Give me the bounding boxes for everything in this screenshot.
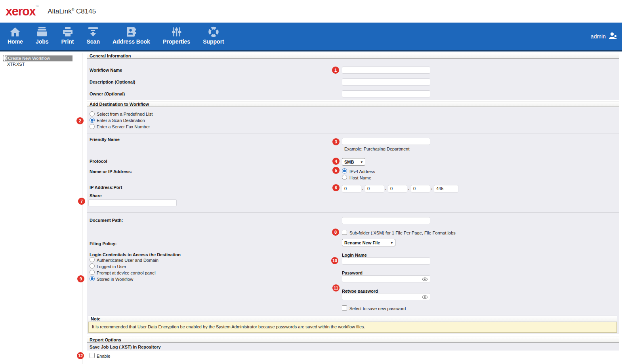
callout-badge-9: 9	[77, 275, 84, 282]
divider	[87, 212, 619, 213]
radio-ipv4-address[interactable]	[342, 168, 347, 173]
radio-enter-scan-destination[interactable]	[90, 118, 95, 123]
nav-item-support[interactable]: Support	[198, 23, 229, 50]
ip-dot-separator: .	[408, 186, 409, 191]
radio-stored-in-workflow[interactable]	[90, 276, 95, 281]
ip-dot-separator: .	[362, 186, 363, 191]
chevron-down-icon: ▼	[390, 241, 393, 245]
app-header: xerox™ AltaLink® C8145	[0, 0, 622, 23]
protocol-select[interactable]: SMB▼	[342, 158, 365, 166]
sidebar-item-create-new-workflow[interactable]: Create New Workflow	[3, 55, 73, 61]
divider	[87, 249, 619, 249]
nav-item-address-book[interactable]: Address Book	[107, 23, 155, 50]
show-password-icon[interactable]	[422, 276, 428, 283]
protocol-value: SMB	[344, 160, 354, 164]
subfolder-checkbox[interactable]	[342, 230, 347, 235]
owner-label: Owner (Optional)	[90, 91, 125, 96]
callout-badge-7: 7	[78, 198, 85, 205]
nav-label-home: Home	[8, 38, 23, 45]
radio-label-predefined-list: Select from a Predefined List	[97, 112, 153, 116]
radio-label-authenticated-user: Authenticated User and Domain	[97, 258, 158, 263]
radio-logged-in-user[interactable]	[90, 263, 95, 269]
registered-symbol: ®	[72, 8, 74, 11]
nav-item-print[interactable]: Print	[56, 23, 79, 50]
save-password-checkbox-label: Select to save new password	[349, 306, 406, 311]
workflow-form: General Information Workflow Name Descri…	[87, 53, 619, 364]
nav-item-jobs[interactable]: Jobs	[31, 23, 54, 50]
share-label: Share	[90, 193, 102, 198]
properties-icon	[171, 26, 183, 38]
radio-select-predefined-list[interactable]	[90, 111, 95, 116]
workflow-star-icon	[2, 55, 8, 63]
scan-icon	[87, 26, 99, 38]
nav-label-print: Print	[61, 38, 74, 45]
callout-badge-8: 8	[332, 229, 339, 236]
divider	[87, 155, 619, 155]
note-title: Note	[88, 316, 617, 322]
share-input[interactable]	[88, 199, 177, 206]
workflow-name-input[interactable]	[342, 67, 430, 74]
friendly-name-example: Example: Purchasing Department	[344, 147, 409, 151]
show-password-icon[interactable]	[422, 294, 428, 301]
nav-label-scan: Scan	[86, 38, 99, 45]
owner-input[interactable]	[342, 90, 430, 97]
ip-octet-2-input[interactable]: 0	[365, 185, 384, 192]
address-book-icon	[125, 26, 137, 38]
save-password-checkbox[interactable]	[342, 305, 347, 311]
note-text: It is recommended that User Data Encrypt…	[88, 322, 617, 333]
document-path-input[interactable]	[342, 217, 430, 224]
password-input[interactable]	[342, 275, 430, 282]
section-header-general-information: General Information	[87, 53, 619, 59]
nav-label-support: Support	[203, 38, 224, 45]
add-destination-section: Select from a Predefined List Enter a Sc…	[87, 107, 619, 334]
radio-label-ipv4: IPv4 Address	[349, 169, 375, 174]
callout-badge-2: 2	[76, 117, 84, 124]
radio-label-host-name: Host Name	[349, 175, 371, 180]
print-icon	[62, 26, 74, 38]
radio-prompt-control-panel[interactable]	[90, 270, 95, 275]
ip-dot-separator: .	[385, 186, 386, 191]
page: xerox™ AltaLink® C8145 Home Jobs Print S…	[0, 0, 622, 364]
note-box: Note It is recommended that User Data En…	[88, 316, 617, 333]
sidebar-item-xtp-xst[interactable]: XTP.XST	[7, 62, 25, 67]
callout-badge-4: 4	[332, 158, 340, 165]
retype-password-input[interactable]	[342, 293, 430, 300]
login-name-label: Login Name	[342, 253, 367, 257]
sidebar-divider	[82, 53, 82, 364]
product-model: C8145	[76, 8, 96, 15]
report-options-band: Save Job Log (.XST) in Repository	[87, 343, 619, 351]
subfolder-checkbox-label: Sub-folder (.XSM) for 1 File Per Page, F…	[349, 231, 456, 235]
user-icon	[609, 32, 617, 41]
port-input[interactable]: 445	[434, 185, 458, 192]
radio-host-name[interactable]	[342, 175, 347, 180]
document-path-label: Document Path:	[90, 218, 123, 223]
nav-item-scan[interactable]: Scan	[81, 23, 105, 50]
radio-authenticated-user[interactable]	[90, 257, 95, 262]
product-name: AltaLink® C8145	[48, 8, 96, 15]
nav-item-properties[interactable]: Properties	[158, 23, 195, 50]
radio-label-prompt-control-panel: Prompt at device control panel	[97, 271, 156, 275]
callout-badge-1: 1	[332, 67, 339, 74]
ip-octet-4-input[interactable]: 0	[411, 185, 430, 192]
ip-octet-3-input[interactable]: 0	[388, 185, 407, 192]
radio-label-logged-in-user: Logged in User	[97, 264, 126, 269]
filing-policy-select[interactable]: Rename New File▼	[342, 239, 395, 246]
description-label: Description (Optional)	[90, 80, 135, 84]
radio-enter-server-fax[interactable]	[90, 124, 95, 129]
nav-item-home[interactable]: Home	[2, 23, 28, 50]
section-header-add-destination: Add Destination to Workflow	[87, 101, 619, 107]
enable-job-log-checkbox[interactable]	[90, 353, 95, 358]
description-input[interactable]	[342, 78, 430, 86]
user-menu[interactable]: admin	[591, 23, 617, 50]
friendly-name-input[interactable]	[342, 138, 430, 145]
filing-policy-value: Rename New File	[344, 240, 380, 245]
jobs-icon	[36, 26, 48, 38]
friendly-name-label: Friendly Name	[90, 137, 120, 142]
enable-job-log-label: Enable	[97, 354, 110, 358]
protocol-label: Protocol	[90, 159, 107, 164]
nav-label-jobs: Jobs	[36, 38, 49, 45]
login-name-input[interactable]	[342, 257, 430, 265]
callout-badge-12: 12	[77, 352, 84, 359]
ip-octet-1-input[interactable]: 0	[342, 185, 361, 192]
divider	[87, 133, 619, 133]
